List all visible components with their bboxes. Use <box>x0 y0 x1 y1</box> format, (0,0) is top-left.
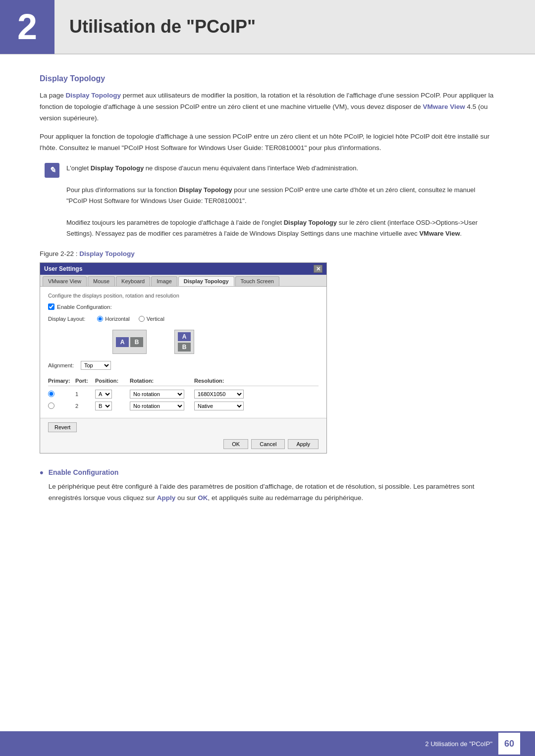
revert-button[interactable]: Revert <box>48 422 77 432</box>
dialog-tabs: VMware View Mouse Keyboard Image Display… <box>40 275 326 287</box>
dialog-titlebar: User Settings ✕ <box>40 263 326 275</box>
vmware-view-ref-2: VMware View <box>419 230 460 237</box>
footer-page-number: 60 <box>498 733 520 755</box>
col-header-rotation: Rotation: <box>130 378 194 384</box>
rotation-select-1[interactable]: No rotation 90° 180° 270° <box>130 390 184 399</box>
tab-image[interactable]: Image <box>151 276 177 286</box>
note-line-2: Pour plus d'informations sur la fonction… <box>66 185 495 206</box>
col-header-port: Port: <box>75 378 95 384</box>
resolution-select-2[interactable]: Native 1680X1050 <box>194 402 244 410</box>
radio-horizontal-label: Horizontal <box>105 316 130 322</box>
table-row1-position: A B <box>95 390 130 399</box>
table-row1-resolution: 1680X1050 Native <box>194 390 254 399</box>
alignment-select[interactable]: Top Bottom Center <box>81 361 111 370</box>
chapter-number: 2 <box>17 6 37 47</box>
enable-config-label: Enable Configuration: <box>57 304 112 310</box>
dialog-window: User Settings ✕ VMware View Mouse Keyboa… <box>40 262 327 454</box>
main-content: Display Topology La page Display Topolog… <box>0 54 535 554</box>
alignment-row: Alignment: Top Bottom Center <box>48 361 319 370</box>
radio-vertical-label: Vertical <box>147 316 164 322</box>
radio-vertical: Vertical <box>139 316 164 322</box>
dialog-wrapper: User Settings ✕ VMware View Mouse Keyboa… <box>40 262 495 454</box>
display-topology-ref-2: Display Topology <box>91 164 144 172</box>
tab-vmware-view[interactable]: VMware View <box>43 276 87 286</box>
note-line-1: L'onglet Display Topology ne dispose d'a… <box>66 163 495 174</box>
dialog-subtitle: Configure the displays position, rotatio… <box>48 293 319 299</box>
table-row1-port: 1 <box>75 391 95 397</box>
display-topology-ref-4: Display Topology <box>284 219 337 226</box>
rotation-select-2[interactable]: No rotation 90° 180° 270° <box>130 402 184 410</box>
apply-ref: Apply <box>157 494 176 502</box>
figure-caption: Figure 2-22 : Display Topology <box>40 250 495 257</box>
resolution-select-1[interactable]: 1680X1050 Native <box>194 390 244 399</box>
note-line-3: Modifiez toujours les paramètres de topo… <box>66 217 495 239</box>
cancel-button[interactable]: Cancel <box>251 439 285 449</box>
dialog-bottom-buttons: OK Cancel Apply <box>40 436 326 453</box>
page-footer: 2 Utilisation de "PCoIP" 60 <box>0 731 535 756</box>
enable-config-row: Enable Configuration: <box>48 303 319 310</box>
dialog-title: User Settings <box>44 265 82 272</box>
table-row2-resolution: Native 1680X1050 <box>194 402 254 410</box>
tab-touch-screen[interactable]: Touch Screen <box>235 276 279 286</box>
tab-display-topology[interactable]: Display Topology <box>178 276 234 286</box>
bullet-item: • Enable Configuration Le périphérique p… <box>40 468 495 511</box>
position-select-1[interactable]: A B <box>95 390 112 399</box>
radio-horizontal-input[interactable] <box>97 316 103 322</box>
footer-text: 2 Utilisation de "PCoIP" <box>425 740 492 748</box>
dialog-body: Configure the displays position, rotatio… <box>40 287 326 418</box>
primary-radio-1[interactable] <box>48 391 54 397</box>
dialog-close-button[interactable]: ✕ <box>314 265 322 273</box>
enable-config-checkbox[interactable] <box>48 303 54 310</box>
block-a-vertical: A <box>178 332 191 341</box>
layout-icon-vertical[interactable]: A B <box>174 330 194 354</box>
col-header-resolution: Resolution: <box>194 378 254 384</box>
block-a-horizontal: A <box>116 337 129 347</box>
table-header-row: Primary: Port: Position: Rotation: Resol… <box>48 377 319 386</box>
ok-button[interactable]: OK <box>223 439 248 449</box>
radio-horizontal: Horizontal <box>97 316 130 322</box>
table-row-1: 1 A B No rotation 90° 180° 270° <box>48 388 319 400</box>
chapter-header: 2 Utilisation de "PCoIP" <box>0 0 535 54</box>
layout-icons: A B A B <box>112 330 319 354</box>
tab-keyboard[interactable]: Keyboard <box>116 276 150 286</box>
chapter-title: Utilisation de "PCoIP" <box>69 16 256 37</box>
alignment-label: Alignment: <box>48 362 74 368</box>
table-row2-port: 2 <box>75 403 95 409</box>
intro-paragraph-1: La page Display Topology permet aux util… <box>40 90 495 124</box>
block-b-vertical: B <box>178 343 191 352</box>
section-heading: Display Topology <box>40 74 495 83</box>
layout-icon-vertical-wrapper: A B <box>174 330 194 354</box>
apply-button[interactable]: Apply <box>288 439 319 449</box>
primary-radio-2[interactable] <box>48 403 54 409</box>
table-row2-position: B A <box>95 402 130 410</box>
note-icon: ✎ <box>45 163 59 178</box>
layout-row: Display Layout: Horizontal Vertical <box>48 316 319 322</box>
table-row2-primary <box>48 403 75 410</box>
bullet-heading: Enable Configuration <box>49 468 495 476</box>
table-row2-rotation: No rotation 90° 180° 270° <box>130 402 194 410</box>
intro-paragraph-2: Pour appliquer la fonction de topologie … <box>40 131 495 154</box>
radio-vertical-input[interactable] <box>139 316 145 322</box>
block-b-horizontal: B <box>130 337 143 347</box>
layout-icon-horizontal[interactable]: A B <box>112 330 147 354</box>
table-row1-rotation: No rotation 90° 180° 270° <box>130 390 194 399</box>
note-content: L'onglet Display Topology ne dispose d'a… <box>66 163 495 240</box>
note-box: ✎ L'onglet Display Topology ne dispose d… <box>40 163 495 240</box>
position-select-2[interactable]: B A <box>95 402 112 410</box>
bullet-text: Le périphérique peut être configuré à l'… <box>49 481 495 504</box>
tab-mouse[interactable]: Mouse <box>88 276 115 286</box>
bullet-section: • Enable Configuration Le périphérique p… <box>40 468 495 511</box>
bullet-content: Enable Configuration Le périphérique peu… <box>49 468 495 511</box>
col-header-primary: Primary: <box>48 378 75 384</box>
ok-ref: OK <box>198 494 208 502</box>
dialog-footer: Revert <box>40 418 326 436</box>
figure-caption-bold: Display Topology <box>79 250 135 257</box>
vmware-view-ref-1: VMware View <box>423 103 465 110</box>
display-topology-ref-3: Display Topology <box>179 186 232 194</box>
layout-label: Display Layout: <box>48 316 85 322</box>
table-row-2: 2 B A No rotation 90° 180° 270° <box>48 400 319 412</box>
radio-group: Horizontal Vertical <box>97 316 164 322</box>
chapter-number-box: 2 <box>0 0 54 54</box>
table-row1-primary <box>48 391 75 398</box>
display-topology-ref-1: Display Topology <box>66 92 121 99</box>
